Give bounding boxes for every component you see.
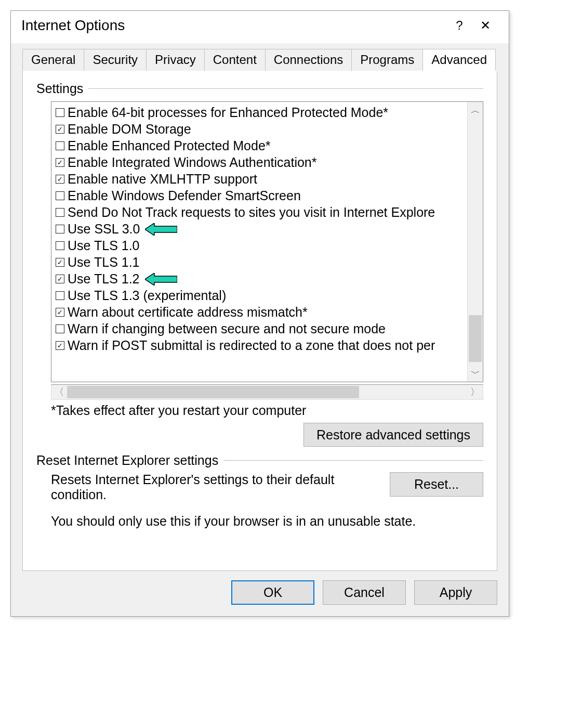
horizontal-scrollbar[interactable]: 〈 〉 [51,384,483,400]
scroll-thumb[interactable] [469,315,482,362]
list-item[interactable]: Enable 64-bit processes for Enhanced Pro… [56,104,467,121]
list-item[interactable]: Warn if POST submittal is redirected to … [56,337,467,354]
option-label: Enable Windows Defender SmartScreen [68,187,301,204]
reset-group: Reset Internet Explorer settings Resets … [36,453,483,529]
close-icon: ✕ [480,18,491,32]
tab-page-advanced: Settings Enable 64-bit processes for Enh… [22,71,497,571]
checkbox-icon[interactable] [56,125,64,134]
option-label: Enable 64-bit processes for Enhanced Pro… [68,104,388,121]
checkbox-icon[interactable] [56,291,64,300]
restore-advanced-settings-button[interactable]: Restore advanced settings [303,423,483,447]
group-rule [223,460,483,461]
scroll-left-icon[interactable]: 〈 [51,386,67,398]
tab-programs[interactable]: Programs [351,49,423,71]
list-item[interactable]: Use TLS 1.2 [56,270,467,287]
checkbox-icon[interactable] [56,141,64,150]
scroll-right-icon[interactable]: 〉 [467,386,483,398]
option-label: Use TLS 1.0 [68,237,140,254]
tab-security[interactable]: Security [84,49,147,71]
scroll-down-icon[interactable]: ﹀ [468,365,483,382]
list-item[interactable]: Warn if changing between secure and not … [56,320,467,337]
option-label: Send Do Not Track requests to sites you … [68,204,435,220]
annotation-arrow-icon [145,272,177,285]
list-item[interactable]: Enable DOM Storage [56,121,467,137]
checkbox-icon[interactable] [56,275,64,283]
list-item[interactable]: Use SSL 3.0 [56,220,467,237]
option-label: Enable DOM Storage [68,121,191,137]
ok-button[interactable]: OK [231,580,314,605]
list-item[interactable]: Warn about certificate address mismatch* [56,304,467,320]
tab-general[interactable]: General [22,49,84,71]
checkbox-icon[interactable] [56,108,64,117]
vertical-scrollbar[interactable]: ︿ ﹀ [467,102,483,382]
scroll-up-icon[interactable]: ︿ [468,102,483,119]
reset-description: Resets Internet Explorer's settings to t… [51,472,379,502]
settings-listbox: Enable 64-bit processes for Enhanced Pro… [51,101,483,382]
list-item[interactable]: Use TLS 1.0 [56,237,467,254]
apply-button[interactable]: Apply [414,580,497,605]
internet-options-dialog: Internet Options ? ✕ General Security Pr… [10,10,509,617]
checkbox-icon[interactable] [56,341,64,350]
checkbox-icon[interactable] [56,258,64,267]
group-rule [88,88,483,89]
checkbox-icon[interactable] [56,225,64,233]
titlebar: Internet Options ? ✕ [11,11,509,43]
reset-group-label: Reset Internet Explorer settings [36,453,223,468]
list-item[interactable]: Enable native XMLHTTP support [56,171,467,187]
svg-marker-0 [145,223,177,236]
tab-advanced[interactable]: Advanced [422,49,496,71]
tab-connections[interactable]: Connections [265,49,352,71]
reset-warning: You should only use this if your browser… [51,514,483,529]
option-label: Warn about certificate address mismatch* [68,304,308,320]
list-item[interactable]: Use TLS 1.3 (experimental) [56,287,467,304]
help-button[interactable]: ? [446,18,472,33]
option-label: Use TLS 1.1 [68,254,140,270]
settings-group-label: Settings [36,81,88,96]
dialog-footer: OK Cancel Apply [22,571,497,605]
checkbox-icon[interactable] [56,208,64,217]
option-label: Enable Enhanced Protected Mode* [68,137,271,154]
checkbox-icon[interactable] [56,158,64,167]
list-item[interactable]: Use TLS 1.1 [56,254,467,270]
restart-hint: *Takes effect after you restart your com… [51,403,483,418]
option-label: Enable native XMLHTTP support [68,171,257,187]
checkbox-icon[interactable] [56,241,64,250]
option-label: Use TLS 1.2 [68,270,140,287]
checkbox-icon[interactable] [56,191,64,200]
reset-button[interactable]: Reset... [390,472,483,497]
checkbox-icon[interactable] [56,324,64,333]
dialog-title: Internet Options [21,17,446,34]
list-item[interactable]: Send Do Not Track requests to sites you … [56,204,467,220]
list-item[interactable]: Enable Windows Defender SmartScreen [56,187,467,204]
tab-privacy[interactable]: Privacy [146,49,205,71]
close-button[interactable]: ✕ [472,18,498,33]
annotation-arrow-icon [145,223,177,235]
dialog-content: General Security Privacy Content Connect… [11,43,509,616]
option-label: Warn if changing between secure and not … [68,320,386,337]
checkbox-icon[interactable] [56,308,64,317]
option-label: Enable Integrated Windows Authentication… [68,154,316,171]
cancel-button[interactable]: Cancel [323,580,406,605]
settings-group: Settings Enable 64-bit processes for Enh… [36,81,483,443]
hscroll-thumb[interactable] [67,386,359,398]
tab-strip: General Security Privacy Content Connect… [22,43,497,71]
settings-list-content[interactable]: Enable 64-bit processes for Enhanced Pro… [51,102,467,382]
svg-marker-1 [145,273,177,285]
option-label: Use TLS 1.3 (experimental) [68,287,226,304]
option-label: Use SSL 3.0 [68,220,140,237]
list-item[interactable]: Enable Enhanced Protected Mode* [56,137,467,154]
checkbox-icon[interactable] [56,175,64,184]
tab-content[interactable]: Content [204,49,266,71]
list-item[interactable]: Enable Integrated Windows Authentication… [56,154,467,171]
option-label: Warn if POST submittal is redirected to … [68,337,435,354]
